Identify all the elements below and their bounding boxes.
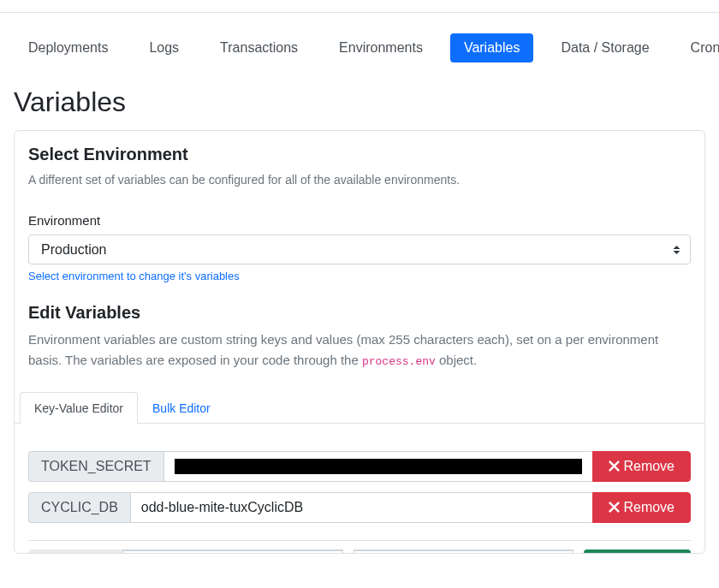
tab-logs[interactable]: Logs: [135, 33, 193, 62]
redacted-value: [175, 459, 583, 474]
environment-helper-text: Select environment to change it's variab…: [28, 270, 691, 282]
remove-button[interactable]: Remove: [592, 492, 691, 523]
edit-variables-heading: Edit Variables: [28, 303, 691, 323]
variable-row: CYCLIC_DB odd-blue-mite-tuxCyclicDB Remo…: [28, 492, 691, 523]
tab-environments[interactable]: Environments: [325, 33, 437, 62]
tab-bulk-editor[interactable]: Bulk Editor: [138, 392, 225, 424]
environment-select[interactable]: Production: [28, 235, 691, 264]
variable-key: TOKEN_SECRET: [28, 451, 163, 482]
new-value-input-2[interactable]: [354, 549, 574, 553]
editor-tabs: Key-Value Editor Bulk Editor: [15, 392, 704, 424]
tab-transactions[interactable]: Transactions: [206, 33, 312, 62]
variable-value[interactable]: [163, 451, 593, 482]
tab-key-value-editor[interactable]: Key-Value Editor: [20, 392, 138, 424]
new-value-input-1[interactable]: [122, 549, 343, 553]
tab-deployments[interactable]: Deployments: [15, 33, 122, 62]
add-variable-row: [28, 549, 691, 553]
tab-cron[interactable]: Cron: [677, 33, 719, 62]
tab-variables[interactable]: Variables: [450, 33, 534, 62]
variable-value[interactable]: odd-blue-mite-tuxCyclicDB: [130, 492, 593, 523]
environment-label: Environment: [28, 213, 691, 228]
edit-variables-description: Environment variables are custom string …: [28, 330, 691, 371]
variable-key: CYCLIC_DB: [28, 492, 130, 523]
select-environment-heading: Select Environment: [28, 145, 691, 164]
tab-data-storage[interactable]: Data / Storage: [547, 33, 663, 62]
variables-card: Select Environment A different set of va…: [14, 130, 705, 554]
page-title: Variables: [14, 86, 719, 118]
add-button[interactable]: [584, 549, 691, 553]
main-nav: Deployments Logs Transactions Environmen…: [0, 33, 719, 62]
select-environment-description: A different set of variables can be conf…: [28, 171, 691, 189]
process-env-code: process.env: [362, 355, 436, 368]
close-icon: [609, 502, 620, 513]
variable-row: TOKEN_SECRET Remove: [28, 451, 691, 482]
close-icon: [609, 460, 620, 472]
new-key-input[interactable]: [28, 549, 122, 553]
environment-select-wrapper: Production: [28, 235, 691, 264]
remove-button[interactable]: Remove: [592, 451, 691, 482]
